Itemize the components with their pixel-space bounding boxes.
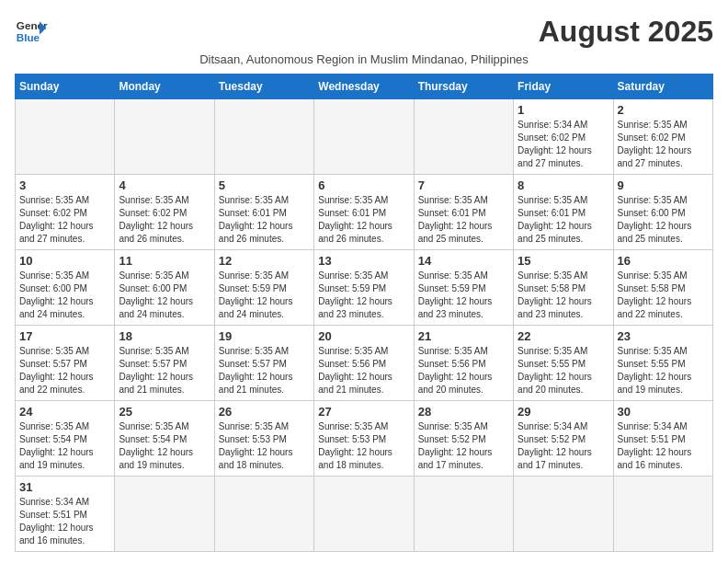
- calendar-cell: [214, 99, 313, 175]
- day-info: Sunrise: 5:35 AMSunset: 5:53 PMDaylight:…: [318, 420, 409, 472]
- day-number: 7: [418, 178, 509, 192]
- day-info: Sunrise: 5:35 AMSunset: 5:56 PMDaylight:…: [318, 345, 409, 396]
- day-info: Sunrise: 5:35 AMSunset: 6:02 PMDaylight:…: [618, 119, 709, 170]
- calendar-cell: 10Sunrise: 5:35 AMSunset: 6:00 PMDayligh…: [16, 250, 115, 326]
- day-number: 5: [219, 178, 310, 192]
- calendar-cell: 21Sunrise: 5:35 AMSunset: 5:56 PMDayligh…: [414, 326, 513, 401]
- day-number: 4: [119, 178, 210, 192]
- calendar-cell: 28Sunrise: 5:35 AMSunset: 5:52 PMDayligh…: [414, 401, 513, 477]
- weekday-header-tuesday: Tuesday: [214, 75, 313, 99]
- calendar-cell: 23Sunrise: 5:35 AMSunset: 5:55 PMDayligh…: [613, 326, 712, 401]
- day-info: Sunrise: 5:35 AMSunset: 5:53 PMDaylight:…: [219, 420, 310, 472]
- day-info: Sunrise: 5:35 AMSunset: 5:57 PMDaylight:…: [119, 345, 210, 396]
- day-info: Sunrise: 5:35 AMSunset: 6:00 PMDaylight:…: [618, 194, 709, 246]
- day-info: Sunrise: 5:35 AMSunset: 5:54 PMDaylight:…: [119, 420, 210, 472]
- day-number: 3: [19, 178, 110, 192]
- week-row-0: 1Sunrise: 5:34 AMSunset: 6:02 PMDaylight…: [16, 99, 713, 175]
- calendar-cell: [414, 477, 513, 552]
- day-info: Sunrise: 5:35 AMSunset: 6:01 PMDaylight:…: [418, 194, 509, 246]
- day-info: Sunrise: 5:35 AMSunset: 5:55 PMDaylight:…: [518, 345, 609, 396]
- day-number: 24: [19, 405, 110, 419]
- calendar-cell: 24Sunrise: 5:35 AMSunset: 5:54 PMDayligh…: [16, 401, 115, 477]
- calendar-cell: 29Sunrise: 5:34 AMSunset: 5:52 PMDayligh…: [514, 401, 613, 477]
- day-number: 18: [119, 329, 210, 343]
- day-info: Sunrise: 5:35 AMSunset: 5:58 PMDaylight:…: [518, 270, 609, 321]
- weekday-header-saturday: Saturday: [613, 75, 712, 99]
- calendar-cell: 31Sunrise: 5:34 AMSunset: 5:51 PMDayligh…: [16, 477, 115, 552]
- day-number: 17: [19, 329, 110, 343]
- calendar-cell: [314, 99, 414, 175]
- calendar-cell: 7Sunrise: 5:35 AMSunset: 6:01 PMDaylight…: [414, 175, 513, 250]
- day-info: Sunrise: 5:35 AMSunset: 6:01 PMDaylight:…: [219, 194, 310, 246]
- day-number: 30: [618, 405, 709, 419]
- day-info: Sunrise: 5:35 AMSunset: 5:59 PMDaylight:…: [219, 270, 310, 321]
- calendar-cell: 3Sunrise: 5:35 AMSunset: 6:02 PMDaylight…: [16, 175, 115, 250]
- calendar-cell: 6Sunrise: 5:35 AMSunset: 6:01 PMDaylight…: [314, 175, 414, 250]
- calendar-cell: [514, 477, 613, 552]
- calendar-cell: 17Sunrise: 5:35 AMSunset: 5:57 PMDayligh…: [16, 326, 115, 401]
- calendar-cell: [314, 477, 414, 552]
- day-number: 10: [19, 254, 110, 268]
- calendar-cell: [16, 99, 115, 175]
- day-info: Sunrise: 5:35 AMSunset: 5:56 PMDaylight:…: [418, 345, 509, 396]
- day-number: 13: [318, 254, 409, 268]
- calendar-cell: 4Sunrise: 5:35 AMSunset: 6:02 PMDaylight…: [115, 175, 214, 250]
- day-number: 25: [119, 405, 210, 419]
- day-info: Sunrise: 5:35 AMSunset: 6:00 PMDaylight:…: [119, 270, 210, 321]
- calendar-cell: [115, 99, 214, 175]
- logo: General Blue: [15, 15, 48, 48]
- day-info: Sunrise: 5:35 AMSunset: 6:02 PMDaylight:…: [19, 194, 110, 246]
- day-number: 29: [518, 405, 609, 419]
- day-number: 27: [318, 405, 409, 419]
- day-info: Sunrise: 5:35 AMSunset: 6:00 PMDaylight:…: [19, 270, 110, 321]
- calendar-cell: 5Sunrise: 5:35 AMSunset: 6:01 PMDaylight…: [214, 175, 313, 250]
- calendar-cell: 11Sunrise: 5:35 AMSunset: 6:00 PMDayligh…: [115, 250, 214, 326]
- day-info: Sunrise: 5:35 AMSunset: 5:55 PMDaylight:…: [618, 345, 709, 396]
- weekday-header-wednesday: Wednesday: [314, 75, 414, 99]
- calendar-cell: 26Sunrise: 5:35 AMSunset: 5:53 PMDayligh…: [214, 401, 313, 477]
- calendar-cell: 2Sunrise: 5:35 AMSunset: 6:02 PMDaylight…: [613, 99, 712, 175]
- calendar-cell: 25Sunrise: 5:35 AMSunset: 5:54 PMDayligh…: [115, 401, 214, 477]
- subtitle: Ditsaan, Autonomous Region in Muslim Min…: [15, 52, 713, 66]
- calendar: SundayMondayTuesdayWednesdayThursdayFrid…: [15, 74, 713, 552]
- calendar-cell: 16Sunrise: 5:35 AMSunset: 5:58 PMDayligh…: [613, 250, 712, 326]
- week-row-1: 3Sunrise: 5:35 AMSunset: 6:02 PMDaylight…: [16, 175, 713, 250]
- calendar-cell: 18Sunrise: 5:35 AMSunset: 5:57 PMDayligh…: [115, 326, 214, 401]
- main-title: August 2025: [539, 15, 713, 49]
- day-number: 16: [618, 254, 709, 268]
- calendar-cell: 19Sunrise: 5:35 AMSunset: 5:57 PMDayligh…: [214, 326, 313, 401]
- day-info: Sunrise: 5:35 AMSunset: 5:57 PMDaylight:…: [19, 345, 110, 396]
- day-number: 19: [219, 329, 310, 343]
- day-info: Sunrise: 5:34 AMSunset: 5:51 PMDaylight:…: [618, 420, 709, 472]
- day-number: 14: [418, 254, 509, 268]
- calendar-cell: 20Sunrise: 5:35 AMSunset: 5:56 PMDayligh…: [314, 326, 414, 401]
- weekday-header-sunday: Sunday: [16, 75, 115, 99]
- title-area: August 2025: [539, 15, 713, 49]
- day-number: 15: [518, 254, 609, 268]
- day-number: 23: [618, 329, 709, 343]
- calendar-cell: 13Sunrise: 5:35 AMSunset: 5:59 PMDayligh…: [314, 250, 414, 326]
- weekday-header-friday: Friday: [514, 75, 613, 99]
- weekday-header-monday: Monday: [115, 75, 214, 99]
- day-number: 6: [318, 178, 409, 192]
- calendar-cell: [613, 477, 712, 552]
- calendar-cell: 30Sunrise: 5:34 AMSunset: 5:51 PMDayligh…: [613, 401, 712, 477]
- day-number: 26: [219, 405, 310, 419]
- day-number: 1: [518, 103, 609, 117]
- day-number: 21: [418, 329, 509, 343]
- day-info: Sunrise: 5:34 AMSunset: 5:51 PMDaylight:…: [19, 496, 110, 547]
- week-row-4: 24Sunrise: 5:35 AMSunset: 5:54 PMDayligh…: [16, 401, 713, 477]
- calendar-cell: 9Sunrise: 5:35 AMSunset: 6:00 PMDaylight…: [613, 175, 712, 250]
- day-number: 12: [219, 254, 310, 268]
- calendar-cell: 27Sunrise: 5:35 AMSunset: 5:53 PMDayligh…: [314, 401, 414, 477]
- calendar-cell: 14Sunrise: 5:35 AMSunset: 5:59 PMDayligh…: [414, 250, 513, 326]
- week-row-3: 17Sunrise: 5:35 AMSunset: 5:57 PMDayligh…: [16, 326, 713, 401]
- day-number: 22: [518, 329, 609, 343]
- day-number: 2: [618, 103, 709, 117]
- logo-icon: General Blue: [15, 15, 48, 48]
- day-number: 11: [119, 254, 210, 268]
- weekday-header-thursday: Thursday: [414, 75, 513, 99]
- day-info: Sunrise: 5:35 AMSunset: 5:54 PMDaylight:…: [19, 420, 110, 472]
- day-info: Sunrise: 5:34 AMSunset: 5:52 PMDaylight:…: [518, 420, 609, 472]
- calendar-cell: 8Sunrise: 5:35 AMSunset: 6:01 PMDaylight…: [514, 175, 613, 250]
